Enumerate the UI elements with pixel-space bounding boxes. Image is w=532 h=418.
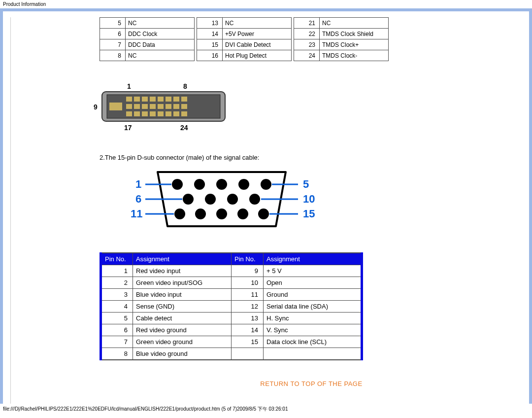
cell: + 5 V: [264, 265, 362, 277]
svg-rect-7: [158, 97, 164, 102]
svg-rect-26: [181, 111, 187, 116]
cell: +5V Power: [223, 29, 292, 39]
label: 9: [94, 103, 98, 111]
header-assign: Assignment: [264, 253, 362, 265]
label: 5: [303, 178, 309, 190]
svg-point-30: [238, 179, 249, 190]
cell: 9: [232, 265, 264, 277]
svg-point-39: [237, 209, 248, 219]
svg-rect-16: [166, 104, 171, 109]
svg-rect-5: [142, 97, 148, 102]
svg-rect-23: [158, 111, 164, 116]
cell: Cable detect: [133, 313, 232, 324]
svg-rect-9: [173, 97, 179, 102]
svg-point-38: [216, 209, 227, 219]
svg-point-27: [172, 179, 183, 190]
label: 1: [135, 178, 141, 190]
svg-rect-8: [166, 97, 171, 102]
cell: 6: [101, 324, 133, 336]
cell: 22: [294, 29, 320, 39]
cell: DVI Cable Detect: [223, 39, 292, 50]
content-frame: 5NC 6DDC Clock 7DDC Data 8NC 13NC 14+5V …: [0, 8, 532, 404]
svg-rect-20: [134, 111, 140, 116]
cell: DDC Data: [126, 39, 195, 50]
cell: 6: [100, 29, 126, 39]
svg-rect-3: [126, 97, 132, 102]
cell: Red video ground: [133, 324, 232, 336]
cell: Ground: [264, 289, 362, 301]
svg-rect-25: [173, 111, 179, 116]
svg-rect-10: [181, 97, 187, 102]
cell: 21: [294, 18, 320, 29]
svg-rect-19: [126, 111, 132, 116]
svg-rect-13: [142, 104, 148, 109]
svg-point-34: [227, 194, 238, 205]
cell: 12: [232, 301, 264, 313]
cell: DDC Clock: [126, 29, 195, 39]
dvi-connector-diagram: 1 8 9 17 24: [90, 81, 228, 135]
svg-rect-4: [134, 97, 140, 102]
header-pin: Pin No.: [232, 253, 264, 265]
cell: 23: [294, 39, 320, 50]
label: 11: [131, 208, 142, 220]
cell: 11: [232, 289, 264, 301]
header-assign: Assignment: [133, 253, 232, 265]
cell: Green video ground: [133, 336, 232, 348]
svg-rect-15: [158, 104, 164, 109]
label: 8: [183, 82, 187, 90]
cell: 14: [232, 324, 264, 336]
cell: 15: [232, 336, 264, 348]
svg-rect-21: [142, 111, 148, 116]
header-pin: Pin No.: [101, 253, 133, 265]
svg-rect-11: [126, 104, 132, 109]
cell: NC: [223, 18, 292, 29]
cell: 8: [100, 50, 126, 61]
svg-point-40: [258, 209, 269, 219]
cell: 2: [101, 277, 133, 289]
cell: 4: [101, 301, 133, 313]
cell: Blue video input: [133, 289, 232, 301]
cell: [232, 348, 264, 360]
svg-rect-17: [173, 104, 179, 109]
svg-rect-2: [109, 103, 122, 110]
cell: 10: [232, 277, 264, 289]
cell: H. Sync: [264, 313, 362, 324]
svg-rect-18: [181, 104, 187, 109]
cell: TMDS Clock Shield: [320, 29, 389, 39]
cell: 8: [101, 348, 133, 360]
label: 6: [135, 193, 141, 205]
cell: 14: [197, 29, 223, 39]
cell: 13: [197, 18, 223, 29]
cell: NC: [126, 50, 195, 61]
page-header: Product Information: [0, 0, 532, 8]
cell: Serial data line (SDA): [264, 301, 362, 313]
cell: NC: [126, 18, 195, 29]
cell: Data clock line (SCL): [264, 336, 362, 348]
svg-rect-22: [150, 111, 156, 116]
cell: 13: [232, 313, 264, 324]
cell: 5: [101, 313, 133, 324]
svg-point-32: [183, 194, 194, 205]
cell: Blue video ground: [133, 348, 232, 360]
cell: 24: [294, 50, 320, 61]
svg-point-29: [216, 179, 227, 190]
label: 17: [124, 124, 132, 132]
svg-point-33: [205, 194, 216, 205]
cell: 5: [100, 18, 126, 29]
cell: V. Sync: [264, 324, 362, 336]
svg-rect-14: [150, 104, 156, 109]
svg-rect-24: [166, 111, 171, 116]
dsub-pin-table: Pin No. Assignment Pin No. Assignment 1R…: [100, 252, 363, 360]
cell: Red video input: [133, 265, 232, 277]
svg-rect-6: [150, 97, 156, 102]
footer-file-path: file:///D|/Rachel/PHILIPS/222E1/222E1%20…: [0, 404, 532, 413]
svg-point-36: [174, 209, 185, 219]
cell: 7: [100, 39, 126, 50]
dsub-description: 2.The 15-pin D-sub connector (male) of t…: [100, 154, 523, 161]
svg-point-37: [195, 209, 206, 219]
return-to-top-link[interactable]: RETURN TO TOP OF THE PAGE: [100, 380, 523, 387]
label: 15: [303, 208, 315, 220]
svg-point-35: [249, 194, 260, 205]
cell: Open: [264, 277, 362, 289]
cell: TMDS Clock+: [320, 39, 389, 50]
